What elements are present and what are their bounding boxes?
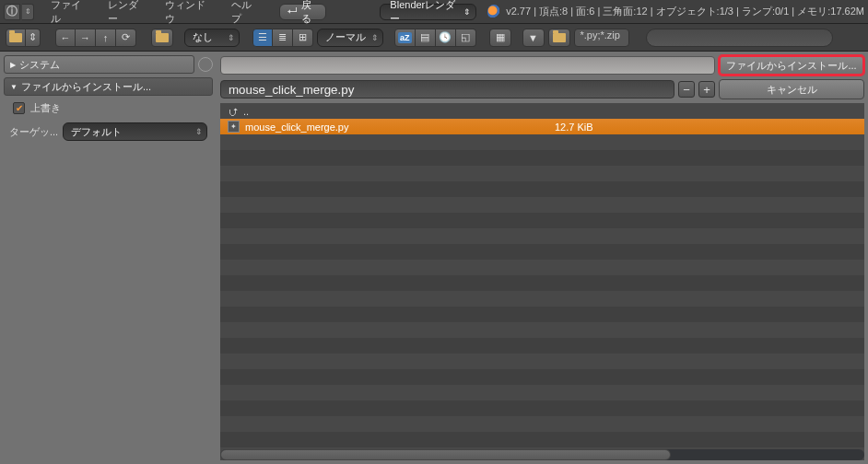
file-size: 12.7 KiB <box>555 122 593 133</box>
file-name: mouse_click_merge.py <box>245 122 549 133</box>
editor-dropdown-icon[interactable]: ⇕ <box>26 29 41 47</box>
view-list-short-icon[interactable]: ☰ <box>252 29 273 47</box>
disclosure-right-icon: ▶ <box>10 61 16 69</box>
menu-help[interactable]: ヘルプ <box>222 0 268 26</box>
python-file-icon: ✦ <box>228 121 240 133</box>
sort-ext-icon[interactable]: ▤ <box>416 29 436 47</box>
overwrite-label: 上書き <box>30 101 61 115</box>
panel-install-label: ファイルからインストール... <box>21 80 151 94</box>
new-folder-button[interactable] <box>151 29 173 47</box>
target-label: ターゲッ... <box>9 125 59 139</box>
filebrowser-icon[interactable] <box>6 29 26 47</box>
nav-group: ← → ↑ ⟳ <box>55 29 136 47</box>
nav-up-icon[interactable]: ↑ <box>96 29 116 47</box>
view-mode-group: ☰ ≣ ⊞ <box>252 29 313 47</box>
parent-label: .. <box>243 106 249 117</box>
target-dropdown[interactable]: デフォルト <box>63 122 207 141</box>
sort-dropdown[interactable]: なし <box>184 29 240 47</box>
menu-render[interactable]: レンダー <box>99 0 154 26</box>
filter-glob: *.py;*.zip <box>574 29 629 47</box>
scrollbar-thumb[interactable] <box>220 449 671 460</box>
back-label: 戻る <box>301 0 319 26</box>
nav-forward-icon[interactable]: → <box>76 29 96 47</box>
sort-alpha-icon[interactable]: aZ <box>394 29 416 47</box>
panel-system[interactable]: ▶ システム <box>4 55 194 74</box>
back-button[interactable]: ⮠戻る <box>279 4 327 20</box>
file-row[interactable]: ✦ mouse_click_merge.py 12.7 KiB <box>220 119 864 134</box>
nav-back-icon[interactable]: ← <box>55 29 76 47</box>
search-input[interactable] <box>646 29 833 47</box>
sort-time-icon[interactable]: 🕓 <box>436 29 456 47</box>
sort-size-icon[interactable]: ◱ <box>456 29 476 47</box>
info-icon[interactable]: ⓘ <box>4 4 20 20</box>
disclosure-down-icon: ▼ <box>10 83 18 91</box>
menu-file[interactable]: ファイル <box>41 0 97 26</box>
cancel-button[interactable]: キャンセル <box>719 79 864 99</box>
display-size-dropdown[interactable]: ノーマル <box>317 29 383 47</box>
view-list-long-icon[interactable]: ≣ <box>273 29 293 47</box>
nav-refresh-icon[interactable]: ⟳ <box>116 29 136 47</box>
horizontal-scrollbar[interactable] <box>220 449 864 460</box>
render-engine-dropdown[interactable]: Blenderレンダー <box>380 4 475 20</box>
panel-install[interactable]: ▼ ファイルからインストール... <box>4 77 213 96</box>
filename-plus-button[interactable]: + <box>698 81 715 98</box>
filename-minus-button[interactable]: − <box>678 81 695 98</box>
filter-toggle-icon[interactable]: ▼ <box>522 29 545 47</box>
editor-type-dropdown[interactable]: ⇕ <box>22 4 34 20</box>
show-hidden-icon[interactable]: ▦ <box>489 29 511 47</box>
scene-stats: v2.77 | 頂点:8 | 面:6 | 三角面:12 | オブジェクト:1/3… <box>506 5 864 18</box>
filename-input[interactable] <box>220 80 674 99</box>
view-thumbnail-icon[interactable]: ⊞ <box>293 29 313 47</box>
path-input[interactable] <box>220 56 715 75</box>
editor-type-group: ⇕ <box>6 29 41 47</box>
menu-window[interactable]: ウィンドウ <box>156 0 220 26</box>
file-list: ⮍ .. ✦ mouse_click_merge.py 12.7 KiB <box>220 103 864 460</box>
refresh-system-icon[interactable] <box>198 57 213 72</box>
parent-dir-row[interactable]: ⮍ .. <box>220 103 864 119</box>
up-arrow-icon: ⮍ <box>228 106 238 117</box>
filter-folder-icon[interactable] <box>548 29 570 47</box>
sidebar: ▶ システム ▼ ファイルからインストール... ✔ 上書き ターゲッ... デ… <box>0 52 217 464</box>
panel-system-label: システム <box>19 58 60 72</box>
blender-logo-icon <box>487 5 501 19</box>
install-button[interactable]: ファイルからインストール... <box>719 55 864 75</box>
sort-type-group: aZ ▤ 🕓 ◱ <box>394 29 476 47</box>
overwrite-checkbox[interactable]: ✔ <box>13 102 25 114</box>
